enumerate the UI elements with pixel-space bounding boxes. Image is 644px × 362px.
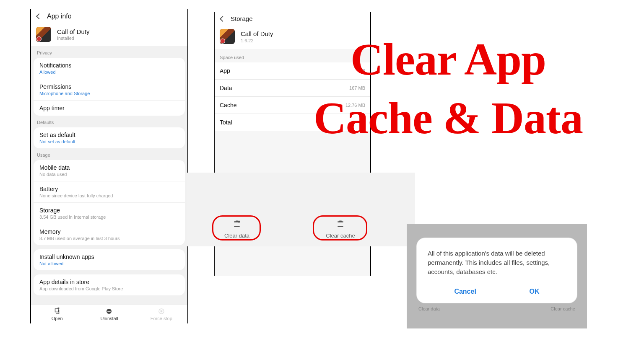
force-stop-button: Force stop xyxy=(135,305,187,323)
row-set-default[interactable]: Set as default Not set as default xyxy=(34,127,185,148)
headline-text: Clear App Cache & Data xyxy=(266,30,631,148)
confirm-dialog: All of this application's data will be d… xyxy=(417,238,577,303)
stop-icon xyxy=(158,308,165,315)
app-identity-block: Call of Duty Installed xyxy=(31,24,187,46)
row-battery[interactable]: Battery None since device last fully cha… xyxy=(34,181,185,203)
dialog-actions: Cancel OK xyxy=(428,288,566,299)
highlight-circle xyxy=(212,215,261,240)
defaults-card: Set as default Not set as default xyxy=(34,127,185,148)
section-defaults-label: Defaults xyxy=(31,116,187,127)
section-usage-label: Usage xyxy=(31,148,187,160)
app-icon xyxy=(220,29,235,44)
bottom-action-bar: Open Uninstall Force stop xyxy=(31,305,187,323)
app-info-title: App info xyxy=(47,13,72,20)
row-app-timer[interactable]: App timer xyxy=(34,101,185,116)
back-icon[interactable] xyxy=(220,16,226,21)
row-notifications[interactable]: Notifications Allowed xyxy=(34,58,185,79)
open-button[interactable]: Open xyxy=(31,305,83,323)
row-app-details[interactable]: App details in store App downloaded from… xyxy=(34,274,185,295)
cancel-button[interactable]: Cancel xyxy=(454,288,476,295)
clear-buttons-area: Clear data Clear cache xyxy=(214,217,400,241)
app-info-header: App info xyxy=(31,9,187,24)
dialog-message: All of this application's data will be d… xyxy=(428,249,566,276)
app-details-card: App details in store App downloaded from… xyxy=(34,274,185,295)
app-status: Installed xyxy=(57,36,90,41)
row-permissions[interactable]: Permissions Microphone and Storage xyxy=(34,79,185,101)
row-storage[interactable]: Storage 3.54 GB used in Internal storage xyxy=(34,203,185,224)
app-icon xyxy=(36,27,51,42)
highlight-circle xyxy=(313,215,367,240)
minus-circle-icon xyxy=(105,308,113,315)
confirm-dialog-panel: All of this application's data will be d… xyxy=(407,224,587,328)
usage-card: Mobile data No data used Battery None si… xyxy=(34,160,185,245)
svg-rect-1 xyxy=(108,311,111,312)
uninstall-button[interactable]: Uninstall xyxy=(83,305,135,323)
storage-header: Storage xyxy=(215,12,370,26)
storage-title: Storage xyxy=(231,15,253,22)
dialog-footer-ghost: Clear data Clear cache xyxy=(417,306,577,311)
row-memory[interactable]: Memory 8.7 MB used on average in last 3 … xyxy=(34,224,185,245)
row-mobile-data[interactable]: Mobile data No data used xyxy=(34,160,185,181)
ok-button[interactable]: OK xyxy=(530,288,540,295)
app-name: Call of Duty xyxy=(57,28,90,35)
section-privacy-label: Privacy xyxy=(31,46,187,58)
svg-rect-3 xyxy=(161,310,163,313)
privacy-card: Notifications Allowed Permissions Microp… xyxy=(34,58,185,116)
install-unknown-card: Install unknown apps Not allowed xyxy=(34,249,185,270)
open-icon xyxy=(53,308,61,315)
app-info-screen: App info Call of Duty Installed Privacy … xyxy=(30,9,188,323)
back-icon[interactable] xyxy=(36,13,42,19)
row-install-unknown[interactable]: Install unknown apps Not allowed xyxy=(34,249,185,270)
